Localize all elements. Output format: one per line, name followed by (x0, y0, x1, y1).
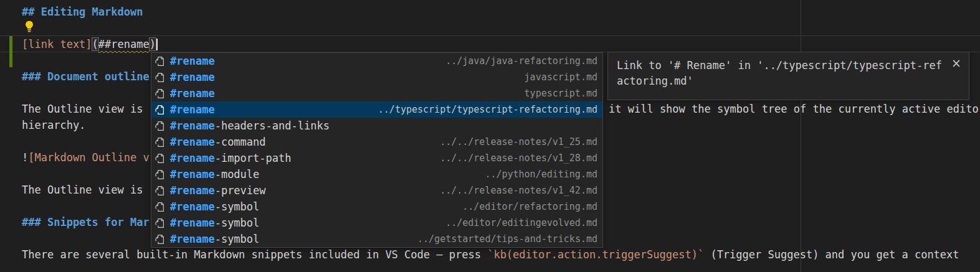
suggestion-item[interactable]: #rename-symbol ../editor/editingevolved.… (151, 215, 602, 231)
suggestion-label: #rename-preview (170, 182, 266, 199)
suggestion-label: #rename-import-path (170, 150, 291, 166)
markdown-heading-snippets: ### Snippets for Mar (22, 214, 150, 230)
reference-icon (155, 137, 166, 148)
reference-icon (155, 185, 166, 196)
suggestion-item-selected[interactable]: #rename ../typescript/typescript-refacto… (151, 101, 602, 118)
suggestion-item[interactable]: #rename-command ../../release-notes/v1_2… (151, 134, 602, 150)
suggestion-item[interactable]: #rename-headers-and-links (151, 118, 602, 134)
reference-icon (155, 56, 166, 67)
suggestion-label: #rename-command (170, 134, 266, 150)
suggestion-item[interactable]: #rename typescript.md (151, 85, 602, 101)
suggestion-path: javascript.md (517, 72, 597, 83)
suggestion-item[interactable]: #rename-module ../python/editing.md (151, 166, 602, 182)
reference-icon (155, 234, 166, 245)
text-cursor (156, 39, 158, 50)
snippets-pre-text: There are several built-in Markdown snip… (22, 248, 487, 261)
image-text-token: [Markdown Outline v (28, 151, 149, 164)
suggestion-item[interactable]: #rename-preview ../../release-notes/v1_4… (151, 182, 602, 199)
paragraph-outline-right: it will show the symbol tree of the curr… (609, 101, 979, 117)
suggestion-item[interactable]: #rename-symbol ../editor/refactoring.md (151, 199, 602, 215)
suggestion-label: #rename (170, 53, 215, 69)
suggest-details-text: Link to '# Rename' in '../typescript/typ… (617, 58, 946, 89)
suggestion-label: #rename (170, 101, 215, 118)
image-bang-token: ! (22, 151, 28, 164)
markdown-heading-editing: ## Editing Markdown (22, 4, 143, 20)
reference-icon (155, 121, 166, 131)
close-paren-token: ) (150, 38, 156, 50)
suggestion-label: #rename-symbol (170, 231, 259, 247)
markdown-image-line: ![Markdown Outline v (22, 149, 150, 166)
reference-icon (155, 218, 166, 228)
gutter-added-indicator (9, 36, 12, 67)
suggestion-path: ../java/java-refactoring.md (438, 55, 597, 67)
reference-icon (155, 72, 166, 83)
suggestion-item[interactable]: #rename-symbol ../getstarted/tips-and-tr… (151, 231, 602, 247)
link-text-token: [link text] (22, 38, 92, 50)
suggestion-label: #rename (170, 85, 215, 101)
suggestion-path: ../../release-notes/v1_42.md (432, 185, 597, 196)
lightbulb-icon[interactable] (22, 20, 36, 34)
paragraph-outline-wrap: hierarchy. (22, 117, 85, 133)
suggestion-item[interactable]: #rename ../java/java-refactoring.md (151, 53, 602, 69)
paragraph-outline-left: The Outline view is (22, 101, 150, 117)
editor[interactable]: ## Editing Markdown [link text](##rename… (0, 0, 980, 272)
suggestion-path: ../../release-notes/v1_25.md (432, 136, 597, 148)
suggestion-label: #rename-symbol (170, 199, 259, 215)
inline-code-token: `kb(editor.action.triggerSuggest)` (487, 248, 704, 261)
suggestion-path: ../editor/refactoring.md (455, 201, 597, 212)
editor-ruler (801, 0, 801, 272)
suggestion-path: ../typescript/typescript-refactoring.md (371, 104, 597, 115)
reference-icon (155, 153, 166, 164)
reference-icon (155, 202, 166, 212)
suggestion-path: ../python/editing.md (477, 169, 597, 180)
reference-icon (155, 105, 166, 115)
suggest-widget: #rename ../java/java-refactoring.md #ren… (151, 52, 603, 248)
reference-icon (155, 88, 166, 99)
suggestion-path: typescript.md (517, 88, 597, 99)
snippets-post-text: (Trigger Suggest) and you get a context (704, 248, 959, 261)
reference-icon (155, 169, 166, 180)
markdown-heading-outline: ### Document outline (22, 68, 150, 85)
suggestion-path: ../getstarted/tips-and-tricks.md (410, 233, 597, 245)
anchor-token: ##rename (98, 38, 150, 50)
suggestion-label: #rename (170, 69, 215, 85)
open-paren-token: ( (92, 38, 98, 50)
suggest-details-popup: Link to '# Rename' in '../typescript/typ… (607, 52, 969, 100)
suggestion-label: #rename-module (170, 166, 259, 182)
suggestion-item[interactable]: #rename-import-path ../../release-notes/… (151, 150, 602, 166)
markdown-link-line: [link text](##rename) (22, 36, 158, 52)
suggestion-path: ../editor/editingevolved.md (438, 217, 597, 228)
paragraph-snippets: There are several built-in Markdown snip… (22, 246, 959, 263)
suggestion-path: ../../release-notes/v1_28.md (432, 152, 597, 164)
suggestion-item[interactable]: #rename javascript.md (151, 69, 602, 85)
paragraph-outline2: The Outline view is (22, 182, 150, 198)
close-icon[interactable]: × (949, 56, 963, 70)
suggestion-label: #rename-headers-and-links (170, 118, 330, 134)
suggestion-label: #rename-symbol (170, 215, 259, 231)
